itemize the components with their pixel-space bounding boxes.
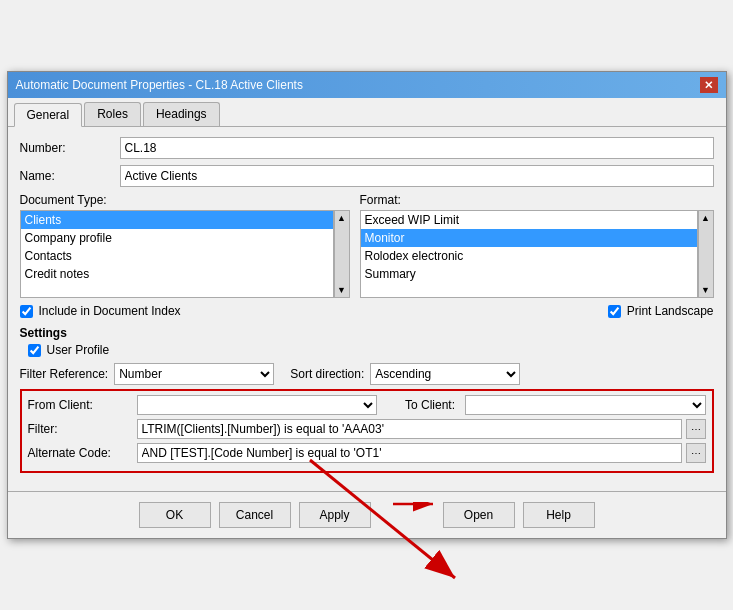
alt-code-label: Alternate Code:	[28, 446, 133, 460]
bottom-bar: OK Cancel Apply Open Help	[8, 491, 726, 538]
number-label: Number:	[20, 141, 120, 155]
tab-general[interactable]: General	[14, 103, 83, 127]
name-row: Name:	[20, 165, 714, 187]
user-profile-row: User Profile	[28, 343, 714, 357]
alt-code-browse-button[interactable]: ⋯	[686, 443, 706, 463]
filter-ref-label: Filter Reference:	[20, 367, 109, 381]
from-client-label: From Client:	[28, 398, 133, 412]
doc-type-item-3[interactable]: Credit notes	[21, 265, 333, 283]
doc-type-col: Document Type: Clients Company profile C…	[20, 193, 350, 298]
to-client-label: To Client:	[381, 398, 461, 412]
tab-roles[interactable]: Roles	[84, 102, 141, 126]
include-index-checkbox[interactable]	[20, 305, 33, 318]
doc-type-item-1[interactable]: Company profile	[21, 229, 333, 247]
window-title: Automatic Document Properties - CL.18 Ac…	[16, 78, 303, 92]
apply-to-open-arrow	[383, 502, 443, 528]
cancel-button[interactable]: Cancel	[219, 502, 291, 528]
format-col: Format: Exceed WIP Limit Monitor Rolodex…	[360, 193, 714, 298]
apply-button[interactable]: Apply	[299, 502, 371, 528]
doc-type-item-0[interactable]: Clients	[21, 211, 333, 229]
format-listbox[interactable]: Exceed WIP Limit Monitor Rolodex electro…	[360, 210, 698, 298]
filter-input[interactable]	[137, 419, 682, 439]
format-item-3[interactable]: Summary	[361, 265, 697, 283]
alt-code-input[interactable]	[137, 443, 682, 463]
filter-label: Filter:	[28, 422, 133, 436]
include-index-row: Include in Document Index	[20, 304, 181, 318]
number-input[interactable]	[120, 137, 714, 159]
sort-dir-label: Sort direction:	[290, 367, 364, 381]
format-scroll-down[interactable]: ▼	[701, 285, 710, 295]
close-button[interactable]: ✕	[700, 77, 718, 93]
include-index-label: Include in Document Index	[39, 304, 181, 318]
filter-ref-select[interactable]: Number	[114, 363, 274, 385]
doc-type-scroll-down[interactable]: ▼	[337, 285, 346, 295]
print-landscape-row: Print Landscape	[608, 304, 714, 318]
name-label: Name:	[20, 169, 120, 183]
open-button[interactable]: Open	[443, 502, 515, 528]
sort-dir-select[interactable]: Ascending	[370, 363, 520, 385]
sort-row: Filter Reference: Number Sort direction:…	[20, 363, 714, 385]
format-label: Format:	[360, 193, 714, 207]
filter-browse-button[interactable]: ⋯	[686, 419, 706, 439]
main-window: Automatic Document Properties - CL.18 Ac…	[7, 71, 727, 539]
doc-type-label: Document Type:	[20, 193, 350, 207]
to-client-select[interactable]	[465, 395, 706, 415]
settings-label: Settings	[20, 326, 714, 340]
tab-headings[interactable]: Headings	[143, 102, 220, 126]
user-profile-label: User Profile	[47, 343, 110, 357]
from-client-select[interactable]	[137, 395, 378, 415]
print-landscape-checkbox[interactable]	[608, 305, 621, 318]
format-listbox-wrap: Exceed WIP Limit Monitor Rolodex electro…	[360, 210, 714, 298]
tab-bar: General Roles Headings	[8, 98, 726, 127]
print-landscape-label: Print Landscape	[627, 304, 714, 318]
format-scroll-up[interactable]: ▲	[701, 213, 710, 223]
name-input[interactable]	[120, 165, 714, 187]
title-bar: Automatic Document Properties - CL.18 Ac…	[8, 72, 726, 98]
doc-type-scroll-up[interactable]: ▲	[337, 213, 346, 223]
type-format-row: Document Type: Clients Company profile C…	[20, 193, 714, 298]
user-profile-checkbox[interactable]	[28, 344, 41, 357]
help-button[interactable]: Help	[523, 502, 595, 528]
doc-type-listbox[interactable]: Clients Company profile Contacts Credit …	[20, 210, 334, 298]
arrow-open-group: Open	[383, 502, 515, 528]
filter-section: From Client: To Client: Filter: ⋯ Altern…	[20, 389, 714, 473]
format-item-1[interactable]: Monitor	[361, 229, 697, 247]
format-item-0[interactable]: Exceed WIP Limit	[361, 211, 697, 229]
doc-type-listbox-wrap: Clients Company profile Contacts Credit …	[20, 210, 350, 298]
tab-content: Number: Name: Document Type: Clients Com…	[8, 127, 726, 483]
number-row: Number:	[20, 137, 714, 159]
format-item-2[interactable]: Rolodex electronic	[361, 247, 697, 265]
alt-code-row: Alternate Code: ⋯	[28, 443, 706, 463]
client-range-row: From Client: To Client:	[28, 395, 706, 415]
filter-row: Filter: ⋯	[28, 419, 706, 439]
ok-button[interactable]: OK	[139, 502, 211, 528]
doc-type-item-2[interactable]: Contacts	[21, 247, 333, 265]
